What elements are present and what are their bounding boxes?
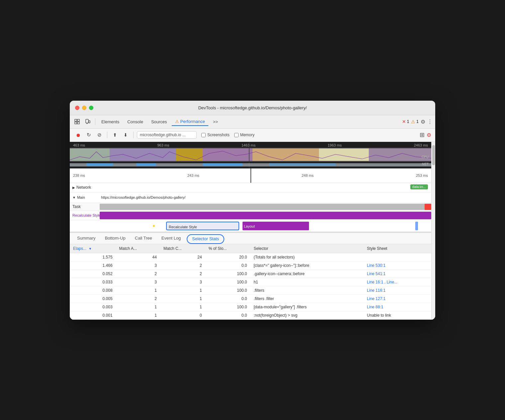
layout-bar: Layout [243,222,309,230]
cell-selector: [data-module="gallery"] .filters [250,303,363,311]
memory-label[interactable]: Memory [240,133,254,137]
screenshots-checkbox[interactable] [201,133,206,137]
table-body: 1.575 44 24 20.0 (Totals for all selecto… [70,253,431,319]
selector-stats-table: Elaps... ▼ Match A... Match C... % of Sl… [70,244,431,320]
upload-button[interactable]: ⬆ [111,131,119,139]
tab-performance[interactable]: ⚠ Performance [172,118,208,126]
device-icon[interactable] [83,117,92,126]
tab-bar-right: ✕ 1 ⚠ 1 ⚙ ⋮ [402,119,433,125]
tab-event-log[interactable]: Event Log [157,233,186,244]
cell-match-a: 2 [116,294,160,303]
tab-bottom-up[interactable]: Bottom-Up [100,233,130,244]
task-track-content [100,203,431,211]
col-match-c[interactable]: Match C... [160,244,205,253]
more-icon[interactable]: ⋮ [427,119,433,125]
scrollbar-thumb[interactable] [432,145,435,165]
cell-stylesheet[interactable]: Line 541:1 [363,269,431,278]
cell-match-a: 2 [116,269,160,278]
content-area: 463 ms 963 ms 1463 ms 1963 ms 2463 ms [70,142,431,320]
svg-rect-5 [89,121,90,123]
screenshots-label[interactable]: Screenshots [207,133,230,137]
main-track-content: https://microsoftedge.github.io/Demos/ph… [100,192,431,203]
net-label: NET [422,162,429,166]
table-row: 1.575 44 24 20.0 (Totals for all selecto… [70,253,431,261]
table-row: 0.003 1 1 100.0 [data-module="gallery"] … [70,303,431,311]
tab-bar: Elements Console Sources ⚠ Performance >… [70,115,435,129]
svg-rect-8 [70,148,110,161]
col-stylesheet[interactable]: Style Sheet [363,244,431,253]
clear-button[interactable]: ⊘ [95,131,104,139]
tab-elements[interactable]: Elements [98,118,123,126]
svg-rect-0 [75,119,77,121]
svg-rect-19 [203,163,243,166]
network-track: ▶ Network data:im... [70,183,431,192]
svg-rect-4 [86,119,88,123]
col-selector[interactable]: Selector [250,244,363,253]
tab-more[interactable]: >> [210,118,221,126]
devtools-window: DevTools - microsoftedge.github.io/Demos… [70,101,435,320]
bottom-panel: Summary Bottom-Up Call Tree Event Log Se… [70,232,431,320]
cell-stylesheet[interactable]: Line 88:1 [363,303,431,311]
main-track: ▼ Main https://microsoftedge.github.io/D… [70,192,431,203]
cell-match-a: 1 [116,303,160,311]
right-scrollbar[interactable] [431,142,435,320]
cell-selector: (Totals for all selectors) [250,253,363,261]
timeline-markers: 463 ms 963 ms 1463 ms 1963 ms 2463 ms [70,143,431,148]
task-track: Task [70,203,431,211]
minimize-button[interactable] [82,106,86,110]
table-row: 0.001 1 0 0.0 :not(foreignObject) > svg … [70,311,431,319]
record-button[interactable]: ⏺ [74,131,82,139]
cell-pct-slow: 100.0 [205,286,251,294]
table-row: 0.052 2 2 100.0 .gallery-icon--camera::b… [70,269,431,278]
maximize-button[interactable] [89,106,93,110]
col-elapsed[interactable]: Elaps... ▼ [70,244,116,253]
cell-match-a: 3 [116,278,160,286]
tab-sources[interactable]: Sources [148,118,170,126]
reload-record-button[interactable]: ↻ [84,131,93,139]
svg-rect-20 [269,163,336,166]
recalc-selected-chip[interactable]: Recalculate Style [166,222,239,230]
main-content: 463 ms 963 ms 1463 ms 1963 ms 2463 ms [70,142,435,320]
close-button[interactable] [75,106,79,110]
timeline-overview[interactable]: 463 ms 963 ms 1463 ms 1963 ms 2463 ms [70,142,431,168]
cpu-label: CPU [422,155,429,159]
tracks: ▶ Network data:im... ▼ Main https://micr… [70,183,431,232]
download-button[interactable]: ⬇ [121,131,130,139]
cell-stylesheet[interactable]: Line 530:1 [363,261,431,269]
flame-track-content: Recalculate Style Layout [100,220,431,232]
cell-stylesheet[interactable]: Line 16:1 , Line... [363,278,431,286]
settings-icon[interactable]: ⚙ [421,119,425,125]
tab-summary[interactable]: Summary [72,233,100,244]
zoom-marker-2: 248 ms [302,173,314,177]
cell-match-c: 1 [160,286,205,294]
cell-elapsed: 0.005 [70,294,116,303]
recalc-chip-label: Recalculate Style [167,222,239,232]
col-pct-slow[interactable]: % of Slo... [205,244,251,253]
cell-stylesheet[interactable]: Line 116:1 [363,286,431,294]
tab-console[interactable]: Console [124,118,147,126]
svg-rect-17 [86,163,113,166]
cell-stylesheet: Unable to link [363,311,431,319]
cell-match-c: 1 [160,303,205,311]
zoom-timeline: 238 ms 243 ms 248 ms 253 ms [70,168,431,183]
flame-row: Recalculate Style Layout [70,220,431,232]
cell-selector: [class*=" gallery-icon--"]::before [250,261,363,269]
svg-rect-12 [252,148,319,161]
tab-call-tree[interactable]: Call Tree [130,233,157,244]
cell-match-a: 1 [116,311,160,319]
col-match-a[interactable]: Match A... [116,244,160,253]
tab-separator [95,118,95,125]
cell-match-c: 3 [160,278,205,286]
table-row: 0.033 3 3 100.0 h1 Line 16:1 , Line... [70,278,431,286]
cell-elapsed: 0.001 [70,311,116,319]
table-header: Elaps... ▼ Match A... Match C... % of Sl… [70,244,431,253]
error-icon: ✕ [402,119,406,124]
memory-checkbox[interactable] [234,133,239,137]
capture-settings-icon[interactable]: ⊞ [420,131,425,139]
inspect-icon[interactable] [72,117,82,126]
cell-match-a: 3 [116,261,160,269]
cell-stylesheet[interactable]: Line 127:1 [363,294,431,303]
url-display: microsoftedge.github.io ... [137,131,197,139]
tab-selector-stats[interactable]: Selector Stats [187,234,224,244]
settings-gear-icon[interactable]: ⚙ [427,132,431,138]
